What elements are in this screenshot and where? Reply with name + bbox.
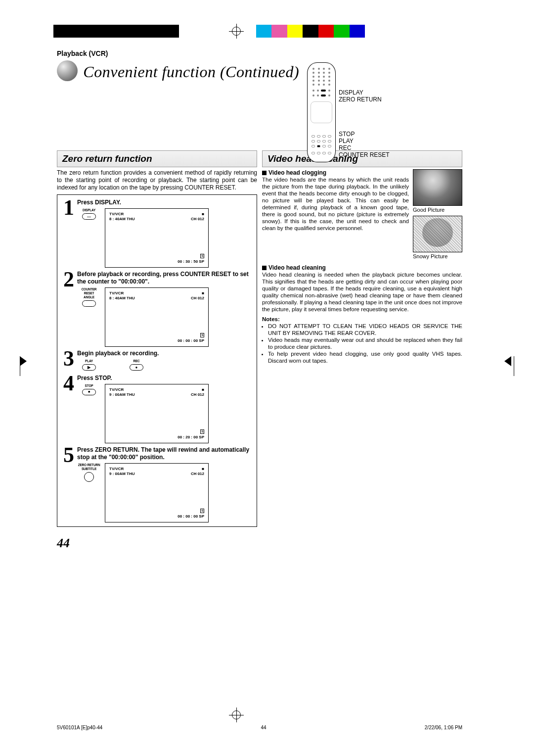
picture-examples: Good Picture Snowy Picture (413, 169, 462, 262)
section-header-zero-return: Zero return function (57, 150, 257, 167)
footer-left: 5V60101A [E]p40-44 (57, 725, 102, 730)
right-column: Video head cleaning Good Picture Snowy P… (262, 150, 462, 551)
page-content: Playback (VCR) Convenient function (Cont… (57, 49, 462, 702)
intro-text: The zero return function provides a conv… (57, 169, 257, 191)
step-text: Press DISPLAY. (77, 199, 121, 206)
step-number: 4 (60, 375, 77, 443)
remote-diagram: DISPLAY ZERO RETURN STOP PLAY REC COUNTE… (307, 62, 460, 162)
callout-zero-return: ZERO RETURN (339, 96, 390, 103)
notes-label: Notes: (262, 316, 280, 322)
sub-heading-cleaning: Video head cleaning (262, 264, 462, 271)
button-label: STOP (77, 384, 101, 388)
button-label: COUNTER RESET ANGLE (77, 287, 101, 299)
footer-right: 2/22/06, 1:06 PM (425, 725, 462, 730)
step-1: 1 Press DISPLAY. DISPLAY — TV/VCR■ (60, 199, 254, 268)
step-number: 5 (60, 446, 77, 522)
button-label: REC (125, 359, 148, 363)
zero-return-button-icon (84, 472, 94, 482)
step-3: 3 Begin playback or recording. PLAY ▶ RE… (60, 350, 254, 372)
paragraph: Video head cleaning is needed when the p… (262, 271, 462, 313)
stop-button-icon: ■ (82, 389, 96, 395)
note-item: DO NOT ATTEMPT TO CLEAN THE VIDEO HEADS … (268, 323, 462, 336)
snowy-picture-label: Snowy Picture (413, 253, 462, 259)
snowy-picture-image (413, 216, 462, 252)
callout-display: DISPLAY (339, 89, 390, 96)
footer-center: 44 (261, 725, 267, 730)
crosshair-icon (229, 708, 244, 722)
page-title: Convenient function (Continued) (83, 63, 299, 81)
osd-panel: TV/VCR■ 9 : 00AM THUCH 012 S00 : 20 : 00… (105, 384, 209, 443)
remote-outline (307, 62, 336, 162)
step-number: 1 (60, 199, 77, 268)
osd-panel: TV/VCR■ 8 : 40AM THUCH 012 S00 : 30 : 50… (105, 208, 209, 268)
step-number: 2 (60, 271, 77, 347)
remote-callouts: DISPLAY ZERO RETURN STOP PLAY REC COUNTE… (339, 89, 390, 158)
registration-marks (0, 23, 534, 45)
sphere-icon (57, 60, 78, 81)
button-label: DISPLAY (77, 208, 101, 212)
step-text: Begin playback or recording. (77, 350, 159, 357)
step-text: Press ZERO RETURN. The tape will rewind … (77, 446, 249, 461)
osd-panel: TV/VCR■ 8 : 40AM THUCH 012 S00 : 00 : 00… (105, 287, 209, 347)
good-picture-image (413, 169, 462, 206)
display-button-icon: — (82, 213, 96, 220)
square-icon (262, 266, 267, 270)
note-item: To help prevent video head clogging, use… (268, 350, 462, 364)
button-label: PLAY (77, 359, 101, 363)
step-5: 5 Press ZERO RETURN. The tape will rewin… (60, 446, 254, 522)
callout-counter-reset: COUNTER RESET (339, 151, 390, 158)
breadcrumb: Playback (VCR) (57, 49, 462, 57)
step-4: 4 Press STOP. STOP ■ TV/VCR■ 9 : 00 (60, 375, 254, 443)
osd-panel: TV/VCR■ 9 : 00AM THUCH 012 S00 : 00 : 00… (105, 463, 209, 522)
square-icon (262, 171, 267, 175)
step-2: 2 Before playback or recording, press CO… (60, 271, 254, 347)
step-number: 3 (60, 350, 77, 372)
callout-play: PLAY (339, 138, 390, 144)
notes-block: Notes: DO NOT ATTEMPT TO CLEAN THE VIDEO… (262, 316, 462, 364)
button-label: ZERO RETURN SUBTITLE (77, 463, 101, 471)
counter-reset-button-icon (82, 300, 96, 307)
play-button-icon: ▶ (82, 364, 96, 371)
note-item: Video heads may eventually wear out and … (268, 336, 462, 350)
crop-arrow-left (20, 356, 30, 376)
good-picture-label: Good Picture (413, 207, 462, 213)
step-text: Before playback or recording, press COUN… (77, 271, 249, 285)
manual-page: Playback (VCR) Convenient function (Cont… (0, 0, 534, 756)
rec-button-icon: ● (130, 364, 143, 371)
page-footer: 5V60101A [E]p40-44 44 2/22/06, 1:06 PM (57, 725, 462, 730)
callout-rec: REC (339, 144, 390, 151)
crop-arrow-right (504, 356, 514, 376)
black-bar (53, 25, 179, 38)
color-bar (256, 25, 365, 38)
left-column: Zero return function The zero return fun… (57, 150, 257, 551)
step-text: Press STOP. (77, 375, 112, 381)
crosshair-icon (229, 24, 244, 39)
callout-stop: STOP (339, 131, 390, 138)
page-number: 44 (57, 536, 257, 551)
